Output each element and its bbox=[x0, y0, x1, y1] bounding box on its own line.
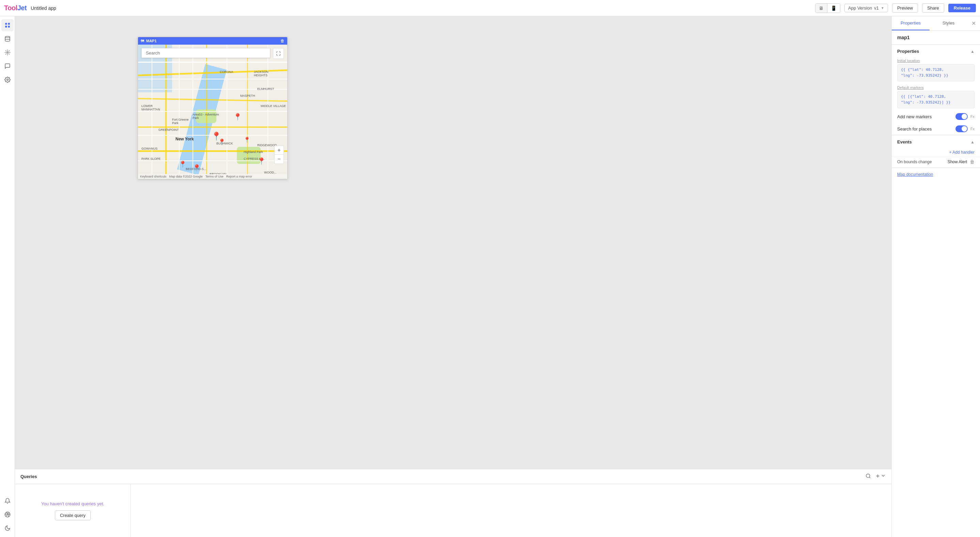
sidebar-item-settings[interactable] bbox=[2, 74, 14, 86]
initial-location-label[interactable]: Initial location bbox=[897, 59, 975, 63]
events-collapse-icon: ▲ bbox=[970, 140, 975, 145]
map-delete-button[interactable]: 🗑 bbox=[280, 38, 285, 43]
sidebar-item-theme[interactable] bbox=[2, 522, 14, 534]
map-pin-6[interactable]: 📍 bbox=[192, 164, 201, 172]
queries-body: You haven't created queries yet. Create … bbox=[15, 484, 891, 537]
queries-actions bbox=[865, 473, 880, 480]
logo: ToolJet bbox=[4, 4, 27, 12]
map-widget-header: 🗺 MAP1 🗑 bbox=[138, 37, 287, 44]
properties-section-title: Properties bbox=[897, 49, 919, 54]
map-expand-button[interactable] bbox=[273, 48, 284, 59]
canvas[interactable]: 🗺 MAP1 🗑 bbox=[15, 16, 891, 469]
tab-properties[interactable]: Properties bbox=[892, 16, 929, 30]
default-markers-value[interactable]: {{ [{"lat": 40.7128,"lng": -73.935242}] … bbox=[897, 91, 975, 108]
sidebar-item-database[interactable] bbox=[2, 33, 14, 45]
map-zoom-controls: + − bbox=[274, 146, 284, 164]
search-queries-button[interactable] bbox=[865, 473, 871, 480]
properties-collapse-icon: ▲ bbox=[970, 49, 975, 54]
map-pin-7[interactable]: 📍 bbox=[179, 160, 186, 168]
tab-styles[interactable]: Styles bbox=[929, 16, 967, 30]
right-panel-tabs: Properties Styles ✕ bbox=[892, 16, 980, 31]
svg-rect-1 bbox=[8, 23, 10, 25]
main-area: 🗺 MAP1 🗑 bbox=[0, 16, 980, 537]
events-section-header[interactable]: Events ▲ bbox=[892, 135, 980, 147]
queries-title: Queries bbox=[21, 474, 865, 479]
initial-location-value[interactable]: {{ {"lat": 40.7128,"lng": -73.935242} }} bbox=[897, 64, 975, 81]
right-panel: Properties Styles ✕ map1 Properties ▲ In… bbox=[891, 16, 980, 537]
queries-panel: Queries You haven't created queries yet. bbox=[15, 469, 891, 537]
canvas-area: 🗺 MAP1 🗑 bbox=[15, 16, 891, 537]
queries-collapse-button[interactable] bbox=[880, 473, 886, 480]
map-widget[interactable]: 🗺 MAP1 🗑 bbox=[138, 37, 288, 179]
create-query-button[interactable]: Create query bbox=[55, 510, 91, 520]
map-pin-4[interactable]: 📍 bbox=[243, 137, 250, 143]
map-pin-3[interactable]: 📍 bbox=[218, 138, 226, 146]
map-background: HELL'S KITCHEN New York LOWERMANHATTAN G… bbox=[138, 44, 287, 174]
report-label: Report a map error bbox=[226, 175, 252, 178]
map-search-input[interactable] bbox=[142, 48, 270, 58]
event-action: Show Alert bbox=[948, 159, 967, 164]
zoom-in-button[interactable]: + bbox=[275, 146, 283, 155]
add-new-markers-toggle[interactable] bbox=[956, 113, 968, 120]
map-search[interactable] bbox=[142, 48, 270, 58]
version-value: v1 bbox=[874, 5, 879, 11]
svg-rect-2 bbox=[5, 26, 7, 28]
sidebar-item-components[interactable] bbox=[2, 19, 14, 31]
queries-empty-state: You haven't created queries yet. Create … bbox=[15, 484, 131, 537]
default-markers-property: Default markers {{ [{"lat": 40.7128,"lng… bbox=[892, 84, 980, 110]
sidebar-item-comments[interactable] bbox=[2, 60, 14, 72]
toggle-knob-2 bbox=[962, 126, 967, 132]
events-section: Events ▲ + Add handler On bounds change … bbox=[892, 135, 980, 168]
terms-label: Terms of Use bbox=[205, 175, 224, 178]
map-pin-1[interactable]: 📍 bbox=[234, 113, 242, 121]
events-section-title: Events bbox=[897, 139, 912, 145]
map-pin-5[interactable]: 📍 bbox=[257, 157, 266, 165]
svg-point-8 bbox=[866, 474, 870, 478]
sidebar-item-notifications[interactable] bbox=[2, 495, 14, 507]
add-query-button[interactable] bbox=[875, 473, 880, 480]
add-new-markers-label: Add new markers bbox=[897, 114, 932, 119]
zoom-out-button[interactable]: − bbox=[275, 155, 283, 164]
preview-button[interactable]: Preview bbox=[892, 3, 918, 13]
map-data-label: Map data ©2022 Google bbox=[169, 175, 203, 178]
map-footer: Keyboard shortcuts Map data ©2022 Google… bbox=[138, 174, 287, 179]
right-panel-close-button[interactable]: ✕ bbox=[967, 17, 980, 29]
app-title: Untitled app bbox=[31, 5, 419, 11]
event-delete-button[interactable]: 🗑 bbox=[970, 159, 975, 165]
queries-right-panel bbox=[131, 484, 891, 537]
release-button[interactable]: Release bbox=[948, 4, 976, 12]
sidebar-item-chat[interactable] bbox=[2, 508, 14, 521]
queries-empty-message: You haven't created queries yet. bbox=[41, 501, 104, 506]
add-handler-link[interactable]: + Add handler bbox=[892, 147, 980, 156]
left-sidebar bbox=[0, 16, 15, 537]
default-markers-label[interactable]: Default markers bbox=[897, 86, 975, 90]
svg-point-4 bbox=[5, 37, 10, 38]
add-markers-fx-label[interactable]: Fx bbox=[970, 114, 975, 119]
map-content: HELL'S KITCHEN New York LOWERMANHATTAN G… bbox=[138, 44, 287, 174]
version-selector[interactable]: App Version v1 ▼ bbox=[845, 4, 888, 12]
topbar: ToolJet Untitled app 🖥 📱 App Version v1 … bbox=[0, 0, 980, 16]
sidebar-item-plugins[interactable] bbox=[2, 46, 14, 59]
properties-section-header[interactable]: Properties ▲ bbox=[892, 44, 980, 57]
search-for-places-toggle[interactable] bbox=[956, 126, 968, 132]
desktop-view-button[interactable]: 🖥 bbox=[815, 4, 827, 13]
component-name: map1 bbox=[892, 31, 980, 44]
share-button[interactable]: Share bbox=[922, 3, 944, 13]
mobile-view-button[interactable]: 📱 bbox=[827, 4, 840, 13]
device-toggle: 🖥 📱 bbox=[815, 3, 840, 13]
search-places-fx-label[interactable]: Fx bbox=[970, 127, 975, 131]
version-label: App Version bbox=[848, 5, 872, 11]
toggle-knob bbox=[962, 114, 967, 119]
svg-point-5 bbox=[6, 52, 8, 54]
search-for-places-label: Search for places bbox=[897, 126, 932, 132]
map-header-icon: 🗺 bbox=[141, 39, 144, 43]
search-for-places-row: Search for places Fx bbox=[892, 123, 980, 135]
keyboard-shortcuts: Keyboard shortcuts bbox=[140, 175, 167, 178]
map-documentation-link[interactable]: Map documentation bbox=[892, 168, 980, 181]
queries-header: Queries bbox=[15, 469, 891, 484]
event-row: On bounds change Show Alert 🗑 bbox=[892, 156, 980, 168]
map-widget-title: MAP1 bbox=[146, 39, 157, 43]
event-label: On bounds change bbox=[897, 159, 945, 165]
initial-location-property: Initial location {{ {"lat": 40.7128,"lng… bbox=[892, 57, 980, 84]
svg-point-6 bbox=[6, 79, 8, 81]
